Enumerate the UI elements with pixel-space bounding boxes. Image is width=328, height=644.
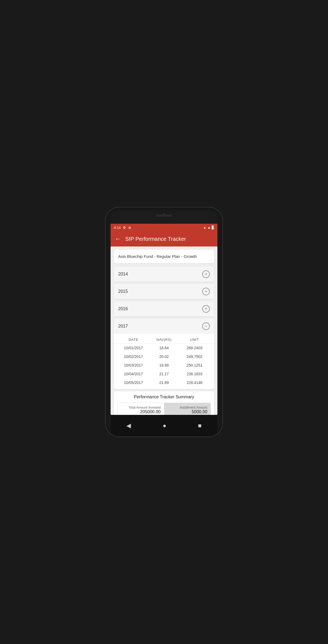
cell-unit-0: 268.2403 xyxy=(179,346,210,350)
summary-title: Performance Tracker Summary xyxy=(117,395,211,399)
summary-cell-invested: Total Amount Invested 205000.00 xyxy=(117,403,164,415)
cell-unit-3: 236.1833 xyxy=(179,372,210,376)
phone-frame: 4:14 ⚙ ⊛ ▲ ▲ ▊ ← SIP Performance Tracker… xyxy=(106,207,222,437)
cell-unit-2: 250.1251 xyxy=(179,363,210,367)
nav-home-button[interactable]: ● xyxy=(163,422,166,429)
app-title: SIP Performance Tracker xyxy=(125,236,186,242)
expand-icon-2016[interactable]: + xyxy=(202,305,210,313)
col-header-unit: UNIT xyxy=(179,338,210,342)
table-row: 10/03/2017 19.99 250.1251 xyxy=(114,361,214,370)
year-table-2017: DATE NAV(Rs) UNIT 10/01/2017 18.64 268.2… xyxy=(114,334,214,389)
year-item-2017: 2017 − DATE NAV(Rs) UNIT 10/01/2017 18.6… xyxy=(114,319,214,389)
status-left: 4:14 ⚙ ⊛ xyxy=(114,226,131,230)
summary-cell-installment: Installment Amount 5000.00 xyxy=(164,403,211,415)
cell-nav-4: 21.89 xyxy=(149,380,179,385)
year-header-2016[interactable]: 2016 + xyxy=(114,301,214,316)
cell-date-1: 10/02/2017 xyxy=(118,354,149,359)
expand-icon-2015[interactable]: + xyxy=(202,288,210,295)
cell-date-2: 10/03/2017 xyxy=(118,363,149,367)
nav-back-button[interactable]: ◀ xyxy=(126,422,131,429)
year-item-2014: 2014 + xyxy=(114,267,214,282)
table-row: 10/04/2017 21.17 236.1833 xyxy=(114,370,214,378)
table-row: 10/01/2017 18.64 268.2403 xyxy=(114,344,214,352)
year-header-2015[interactable]: 2015 + xyxy=(114,284,214,299)
year-label-2015: 2015 xyxy=(118,289,128,294)
phone-screen: 4:14 ⚙ ⊛ ▲ ▲ ▊ ← SIP Performance Tracker… xyxy=(111,224,217,415)
year-header-2017[interactable]: 2017 − xyxy=(114,319,214,334)
signal-icon: ▲ xyxy=(207,226,211,229)
back-button[interactable]: ← xyxy=(115,235,121,242)
col-header-nav: NAV(Rs) xyxy=(149,338,179,342)
year-label-2014: 2014 xyxy=(118,272,128,277)
table-header-row: DATE NAV(Rs) UNIT xyxy=(114,336,214,344)
cell-date-3: 10/04/2017 xyxy=(118,372,149,376)
invested-value: 205000.00 xyxy=(121,409,161,414)
cell-unit-1: 249.7502 xyxy=(179,354,210,359)
status-bar: 4:14 ⚙ ⊛ ▲ ▲ ▊ xyxy=(111,224,217,231)
summary-row-1: Total Amount Invested 205000.00 Installm… xyxy=(117,403,211,415)
installment-value: 5000.00 xyxy=(168,409,208,414)
year-label-2016: 2016 xyxy=(118,306,128,311)
cell-date-0: 10/01/2017 xyxy=(118,346,149,350)
wifi-icon: ▲ xyxy=(203,226,206,229)
expand-icon-2014[interactable]: + xyxy=(202,270,210,278)
fund-name: Axis Bluechip Fund - Regular Plan - Grow… xyxy=(118,254,197,259)
settings-icon: ⚙ xyxy=(123,226,126,230)
year-header-2014[interactable]: 2014 + xyxy=(114,267,214,282)
table-row: 10/05/2017 21.89 228.4148 xyxy=(114,378,214,387)
fund-card: Axis Bluechip Fund - Regular Plan - Grow… xyxy=(114,250,214,263)
col-header-date: DATE xyxy=(118,338,149,342)
cell-unit-4: 228.4148 xyxy=(179,380,210,385)
invested-label: Total Amount Invested xyxy=(121,406,161,409)
cell-date-4: 10/05/2017 xyxy=(118,380,149,385)
battery-icon: ▊ xyxy=(212,226,214,229)
nav-recent-button[interactable]: ■ xyxy=(198,422,201,429)
app-bar: ← SIP Performance Tracker xyxy=(111,231,217,246)
year-item-2015: 2015 + xyxy=(114,284,214,299)
main-content: Axis Bluechip Fund - Regular Plan - Grow… xyxy=(111,246,217,415)
cell-nav-2: 19.99 xyxy=(149,363,179,367)
cell-nav-1: 20.02 xyxy=(149,354,179,359)
speaker xyxy=(156,214,172,217)
nav-bar: ◀ ● ■ xyxy=(111,415,217,437)
summary-section: Performance Tracker Summary Total Amount… xyxy=(114,391,214,415)
year-item-2016: 2016 + xyxy=(114,301,214,316)
cell-nav-0: 18.64 xyxy=(149,346,179,350)
status-time: 4:14 xyxy=(114,226,121,230)
status-right: ▲ ▲ ▊ xyxy=(203,226,214,229)
year-label-2017: 2017 xyxy=(118,324,128,329)
cell-nav-3: 21.17 xyxy=(149,372,179,376)
installment-label: Installment Amount xyxy=(168,406,208,409)
table-row: 10/02/2017 20.02 249.7502 xyxy=(114,352,214,361)
notification-icon: ⊛ xyxy=(128,226,131,230)
collapse-icon-2017[interactable]: − xyxy=(202,322,210,330)
